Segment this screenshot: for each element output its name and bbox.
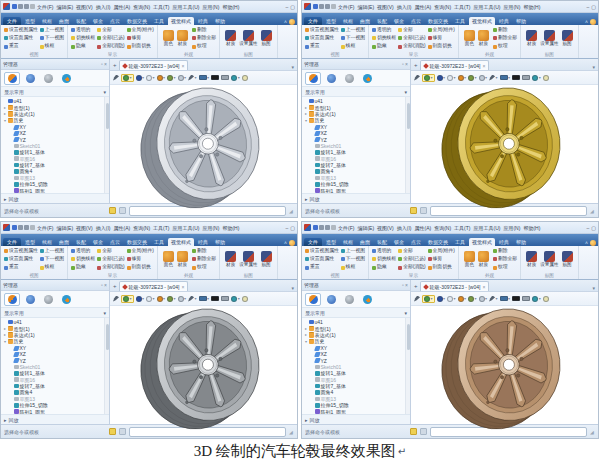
ribbon-item[interactable]: 全局(组件) [428,28,455,33]
menu-item[interactable]: 视图(V) [377,4,394,10]
menu-item[interactable]: 查询(N) [133,225,150,231]
file-menu-button[interactable]: 文件 [304,17,322,25]
ribbon-button-材质[interactable]: 材质 [526,251,537,268]
assembly-manager-tab[interactable] [323,293,339,306]
ribbon-button-贴图[interactable]: 贴图 [261,251,272,268]
playback-section[interactable]: ▸ 回放 [1,193,109,203]
ribbon-tab-工具[interactable]: 工具 [151,17,167,25]
menu-item[interactable]: 文件(F) [338,4,354,10]
ribbon-tab-视觉样式[interactable]: 视觉样式 [168,238,194,246]
snap-toggle-icon[interactable] [109,207,116,214]
redo-icon[interactable] [325,225,330,230]
menu-item[interactable]: 属性(A) [414,4,431,10]
sketch-pencil-icon[interactable] [113,75,119,81]
ribbon-button-设置属性[interactable]: 设置属性 [540,30,558,47]
tree-caret-icon[interactable]: ▸ [3,332,7,337]
ribbon-tab-钣金[interactable]: 钣金 [90,17,106,25]
ribbon-tab-帮助[interactable]: 帮助 [513,238,529,246]
menu-item[interactable]: 文件(F) [338,225,354,231]
ribbon-button-材质[interactable]: 材质 [177,30,188,47]
ribbon-item[interactable]: 设置面属性 [305,257,339,262]
ribbon-item[interactable]: 全部(消隐) [97,44,124,49]
undo-icon[interactable] [18,4,23,9]
ribbon-item[interactable]: 重置 [4,44,38,49]
menu-item[interactable]: 视图(V) [377,225,394,231]
ribbon-tab-点云[interactable]: 点云 [107,17,123,25]
maximize-icon[interactable]: ▢ [591,225,596,231]
playback-section[interactable]: ▸ 回放 [302,414,410,424]
sketch-pencil-icon[interactable] [414,296,420,302]
ribbon-button-面色[interactable]: 面色 [163,251,174,268]
maximize-icon[interactable]: ▢ [290,4,295,10]
ribbon-button-贴图[interactable]: 贴图 [562,251,573,268]
menu-item[interactable]: 插入(I) [397,225,412,231]
ribbon-item[interactable]: 切换线框 [71,257,95,262]
ribbon-tab-装配[interactable]: 装配 [374,17,390,25]
document-tab[interactable]: 轮毂-30972E23 - [w04] × [119,281,189,291]
ribbon-item[interactable]: 下一视图 [40,257,64,262]
tree-item[interactable]: 阵列1_圆形 [3,408,109,414]
tree-caret-icon[interactable]: ▸ [3,105,7,110]
visual-manager-tab[interactable] [359,293,375,306]
assembly-manager-tab[interactable] [22,293,38,306]
ribbon-tab-数据交换[interactable]: 数据交换 [425,238,451,246]
ribbon-item[interactable]: 透明的 [372,28,396,33]
ribbon-tab-造型[interactable]: 造型 [22,238,38,246]
save-icon[interactable] [12,4,17,9]
ribbon-tab-工具[interactable]: 工具 [452,238,468,246]
model-viewport[interactable] [110,306,297,424]
ribbon-tab-帮助[interactable]: 帮助 [212,17,228,25]
ribbon-item[interactable]: 全部 [97,249,124,254]
ribbon-item[interactable]: 设置面属性 [4,36,38,41]
wheel-gunmetal-3d-model[interactable] [135,298,273,436]
tab-overflow-icon[interactable]: ▾ [291,64,294,70]
minimize-icon[interactable]: – [586,4,589,10]
tree-item[interactable]: 阵列1_圆形 [304,408,410,414]
scrollbar-thumb[interactable] [407,324,410,350]
ribbon-item[interactable]: 全部(已选) [97,257,124,262]
view-manager-tab[interactable] [40,72,56,85]
ribbon-tab-造型[interactable]: 造型 [323,17,339,25]
save-icon[interactable] [313,225,318,230]
quick-access-toolbar[interactable] [12,225,35,230]
ribbon-item[interactable]: 全部(消隐) [97,265,124,270]
ribbon-tab-工具[interactable]: 工具 [452,17,468,25]
ribbon-tab-点云[interactable]: 点云 [408,17,424,25]
tree-caret-icon[interactable]: ▸ [3,326,7,331]
ribbon-button-材质[interactable]: 材质 [225,30,236,47]
ribbon-item[interactable]: 隐藏 [372,265,396,270]
menu-item[interactable]: 帮助(H) [222,225,239,231]
ribbon-button-材质[interactable]: 材质 [478,251,489,268]
ribbon-tab-钣金[interactable]: 钣金 [391,238,407,246]
ribbon-item[interactable]: 修剪 [428,36,455,41]
ribbon-item[interactable]: 下一视图 [341,257,365,262]
history-manager-tab[interactable] [305,293,321,306]
ribbon-tab-线框[interactable]: 线框 [39,238,55,246]
maximize-icon[interactable]: ▢ [290,225,295,231]
visual-manager-tab[interactable] [58,293,74,306]
ribbon-item[interactable]: 修剪 [428,257,455,262]
snap-toggle-icon[interactable] [109,428,116,435]
ribbon-item[interactable]: 线框 [40,265,64,270]
shaded-mode-icon[interactable]: ▾ [121,295,134,303]
wheel-silver-3d-model[interactable] [135,77,273,215]
print-icon[interactable] [30,225,35,230]
menu-item[interactable]: 帮助(H) [222,4,239,10]
tree-caret-icon[interactable]: ▾ [304,339,308,344]
menu-item[interactable]: 工具(T) [153,4,169,10]
tree-scrollbar[interactable] [405,318,410,414]
ribbon-item[interactable]: 全局(组件) [428,249,455,254]
ribbon-item[interactable]: 重置 [305,265,339,270]
ribbon-button-面色[interactable]: 面色 [464,251,475,268]
ribbon-item[interactable]: 删除 [493,28,517,33]
ribbon-item[interactable]: 上一视图 [40,28,64,33]
undo-icon[interactable] [18,225,23,230]
menu-item[interactable]: 属性(A) [113,225,130,231]
ribbon-tab-数据交换[interactable]: 数据交换 [124,17,150,25]
menu-item[interactable]: 视图(V) [76,225,93,231]
ribbon-item[interactable]: 删除全部 [192,257,216,262]
ribbon-item[interactable]: 删除全部 [493,257,517,262]
menu-item[interactable]: 工具(T) [454,225,470,231]
menu-item[interactable]: 应用工具(U) [473,4,500,10]
ribbon-item[interactable]: 纹理 [493,44,517,49]
